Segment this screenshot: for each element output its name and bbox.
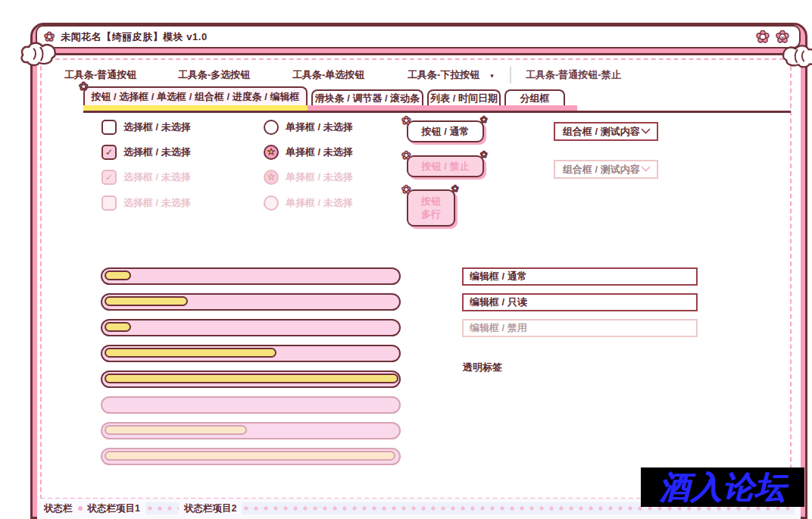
editbox-disabled bbox=[462, 319, 698, 337]
progress-fill bbox=[105, 348, 276, 358]
toolbar-separator bbox=[510, 67, 511, 83]
radio-unchecked-disabled: 单择框 / 未选择 bbox=[264, 195, 353, 210]
button-sparkle-icon: ❀ bbox=[480, 115, 488, 124]
close-mark-icon: ✕ bbox=[780, 34, 785, 41]
transparent-label: 透明标签 bbox=[463, 361, 502, 374]
radio-label: 单择框 / 未选择 bbox=[286, 120, 353, 134]
checkbox-unchecked[interactable]: 选择框 / 未选择 bbox=[102, 120, 191, 134]
checkbox-label: 选择框 / 未选择 bbox=[123, 196, 191, 210]
progressbar-disabled-half bbox=[101, 422, 401, 439]
combobox-value: 组合框 / 测试内容 bbox=[563, 125, 640, 139]
tab-groupbox-page[interactable]: 分组框 bbox=[504, 89, 565, 105]
button-label: 按钮 / 禁止 bbox=[422, 160, 470, 174]
progress-fill bbox=[105, 451, 395, 461]
tab-label: 分组框 bbox=[520, 92, 550, 104]
statusbar-item-1: 状态栏项目1 bbox=[88, 502, 140, 515]
tab-buttons-page[interactable]: ❀ 按钮 / 选择框 / 单选框 / 组合框 / 进度条 / 编辑框 bbox=[83, 86, 308, 105]
minimize-mark-icon: – bbox=[761, 34, 764, 41]
progressbar-2 bbox=[101, 293, 401, 311]
progressbar-1 bbox=[101, 267, 401, 285]
tab-list-date-page[interactable]: 列表 / 时间日期 bbox=[427, 89, 501, 105]
radio-checked-icon: ★ bbox=[264, 170, 279, 185]
progressbar-disabled-empty bbox=[101, 396, 401, 414]
statusbar-title: 状态栏 bbox=[44, 502, 73, 515]
desktop: ✿ 未闻花名【绮丽皮肤】模块 v1.0 ✿ – ✿ ✕ 工具条-普通按钮 工具条… bbox=[0, 0, 812, 519]
progress-fill bbox=[105, 425, 247, 435]
checkbox-checked[interactable]: ✓ 选择框 / 未选择 bbox=[102, 145, 191, 159]
tab-sliders-page[interactable]: 滑块条 / 调节器 / 滚动条 bbox=[311, 89, 423, 105]
combobox-normal[interactable]: 组合框 / 测试内容 bbox=[554, 122, 658, 141]
statusbar-item-2: 状态栏项目2 bbox=[184, 502, 236, 515]
radio-checked-disabled: ★ 单择框 / 未选择 bbox=[264, 170, 353, 184]
watermark-text: 酒入论坛 bbox=[659, 467, 786, 508]
checkbox-icon bbox=[102, 120, 117, 135]
button-label-line2: 多行 bbox=[421, 208, 441, 221]
toolbar-dropdown-label: 工具条-下拉按钮 bbox=[408, 69, 479, 80]
radio-label: 单择框 / 未选择 bbox=[286, 170, 353, 184]
tab-label: 列表 / 时间日期 bbox=[430, 92, 498, 104]
button-sparkle-icon: ❀ bbox=[480, 150, 488, 159]
checkbox-checked-icon: ✓ bbox=[102, 145, 117, 160]
chevron-down-icon bbox=[641, 124, 651, 134]
progressbar-3 bbox=[101, 319, 401, 336]
radio-checked-icon: ★ bbox=[264, 145, 279, 160]
forum-watermark: 酒入论坛 bbox=[641, 467, 804, 507]
button-multiline[interactable]: ✿ ❀ 按钮 多行 bbox=[407, 189, 455, 227]
progressbar-5 bbox=[101, 370, 401, 388]
button-flower-icon: ✿ bbox=[401, 114, 411, 126]
tab-underline bbox=[83, 111, 791, 113]
progress-fill bbox=[105, 322, 131, 332]
button-disabled: ✿ ❀ 按钮 / 禁止 bbox=[407, 155, 484, 177]
toolbar-dropdown-button[interactable]: 工具条-下拉按钮▾ bbox=[408, 67, 494, 83]
statusbar-dotted-segment bbox=[145, 502, 179, 514]
star-icon: ★ bbox=[267, 173, 275, 181]
progress-fill bbox=[105, 296, 188, 306]
tab-label: 滑块条 / 调节器 / 滚动条 bbox=[315, 92, 420, 104]
combobox-value: 组合框 / 测试内容 bbox=[563, 163, 640, 177]
button-normal[interactable]: ✿ ❀ 按钮 / 通常 bbox=[407, 120, 484, 142]
radio-unchecked[interactable]: 单择框 / 未选择 bbox=[264, 120, 353, 134]
minimize-button[interactable]: ✿ – bbox=[753, 27, 773, 47]
window-title: 未闻花名【绮丽皮肤】模块 v1.0 bbox=[61, 30, 207, 44]
checkbox-checked-icon: ✓ bbox=[102, 170, 117, 185]
wing-decoration-right bbox=[782, 42, 812, 68]
toolbar-button-check[interactable]: 工具条-多选按钮 bbox=[178, 67, 250, 83]
progress-fill bbox=[105, 374, 398, 383]
tab-label: 按钮 / 选择框 / 单选框 / 组合框 / 进度条 / 编辑框 bbox=[91, 91, 299, 102]
button-flower-icon: ✿ bbox=[401, 183, 411, 195]
checkbox-icon bbox=[102, 195, 117, 211]
progressbar-disabled-full bbox=[101, 448, 401, 465]
toolbar-button-disabled: 工具条-普通按钮-禁止 bbox=[526, 67, 621, 83]
editbox-normal[interactable] bbox=[462, 267, 698, 286]
radio-label: 单择框 / 未选择 bbox=[286, 145, 353, 159]
wing-decoration-left bbox=[20, 39, 57, 67]
button-sparkle-icon: ❀ bbox=[451, 184, 459, 193]
toolbar-button-radio[interactable]: 工具条-单选按钮 bbox=[292, 67, 364, 83]
radio-icon bbox=[264, 120, 279, 135]
titlebar-divider bbox=[33, 53, 805, 55]
radio-checked[interactable]: ★ 单择框 / 未选择 bbox=[264, 145, 353, 159]
toolbar-button-normal[interactable]: 工具条-普通按钮 bbox=[64, 67, 136, 83]
statusbar-dot-separator bbox=[78, 506, 83, 511]
checkbox-label: 选择框 / 未选择 bbox=[123, 120, 191, 134]
progress-fill bbox=[105, 270, 131, 280]
radio-icon bbox=[264, 195, 279, 211]
chevron-down-icon bbox=[641, 162, 651, 172]
checkbox-unchecked-disabled: 选择框 / 未选择 bbox=[102, 195, 191, 210]
button-label-line1: 按钮 bbox=[421, 195, 441, 208]
radio-label: 单择框 / 未选择 bbox=[286, 196, 353, 210]
progressbar-4 bbox=[101, 345, 401, 362]
button-flower-icon: ✿ bbox=[401, 149, 411, 161]
checkbox-checked-disabled: ✓ 选择框 / 未选择 bbox=[102, 170, 191, 184]
combobox-disabled: 组合框 / 测试内容 bbox=[554, 160, 658, 179]
dropdown-arrow-icon: ▾ bbox=[490, 72, 494, 80]
checkbox-label: 选择框 / 未选择 bbox=[123, 170, 191, 184]
tab-flower-icon: ❀ bbox=[79, 80, 89, 92]
checkbox-label: 选择框 / 未选择 bbox=[123, 145, 191, 159]
button-label: 按钮 / 通常 bbox=[422, 125, 470, 139]
title-bar: ✿ 未闻花名【绮丽皮肤】模块 v1.0 ✿ – ✿ ✕ bbox=[36, 25, 801, 48]
star-icon: ★ bbox=[267, 148, 275, 156]
editbox-readonly[interactable] bbox=[462, 293, 698, 311]
